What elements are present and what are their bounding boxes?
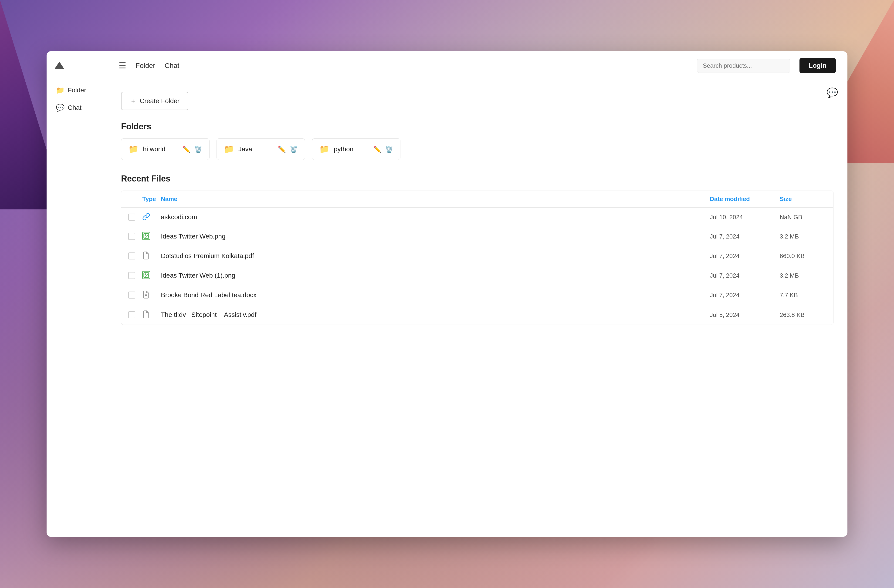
folder-icon-python: 📁 — [319, 144, 330, 154]
table-col-date: Date modified — [710, 196, 780, 203]
file-name-2: Ideas Twitter Web.png — [161, 233, 710, 240]
folder-edit-python[interactable]: ✏️ — [373, 145, 381, 153]
file-checkbox-4[interactable] — [128, 272, 135, 279]
table-header: Type Name Date modified Size — [121, 191, 833, 208]
table-col-size: Size — [780, 196, 826, 203]
plus-icon: ＋ — [130, 96, 136, 106]
recent-files-section: Recent Files Type Name Date modified Siz… — [121, 174, 834, 325]
file-type-icon-pdf-2 — [142, 310, 161, 320]
file-date-3: Jul 7, 2024 — [710, 252, 780, 260]
folders-section-title: Folders — [121, 122, 834, 131]
folder-card-hi-world[interactable]: 📁 hi world ✏️ 🗑️ — [121, 139, 210, 160]
table-row: askcodi.com Jul 10, 2024 NaN GB — [121, 208, 833, 227]
folder-actions-hi-world: ✏️ 🗑️ — [182, 145, 202, 153]
search-input[interactable] — [703, 62, 784, 69]
folder-delete-python[interactable]: 🗑️ — [385, 145, 393, 153]
app-window: 📁 Folder 💬 Chat ☰ Folder Chat Login — [47, 51, 847, 537]
file-type-icon-link — [142, 213, 161, 222]
folder-icon-java: 📁 — [224, 144, 234, 154]
file-name-6: The tl;dv_ Sitepoint__Assistiv.pdf — [161, 311, 710, 318]
table-col-name: Name — [161, 196, 710, 203]
table-row: Ideas Twitter Web.png Jul 7, 2024 3.2 MB — [121, 227, 833, 246]
sidebar-item-folder-label: Folder — [68, 87, 86, 94]
file-type-icon-pdf-1 — [142, 251, 161, 261]
main-content: ☰ Folder Chat Login 💬 ＋ Create Folder Fo… — [107, 51, 847, 537]
sidebar: 📁 Folder 💬 Chat — [47, 51, 107, 537]
folder-name-hi-world: hi world — [143, 145, 178, 153]
file-checkbox-1[interactable] — [128, 214, 135, 220]
file-checkbox-6[interactable] — [128, 311, 135, 318]
sidebar-logo — [51, 60, 102, 71]
svg-point-1 — [145, 235, 146, 235]
file-size-2: 3.2 MB — [780, 233, 826, 240]
table-row: Ideas Twitter Web (1).png Jul 7, 2024 3.… — [121, 266, 833, 285]
svg-point-3 — [145, 274, 146, 274]
folder-actions-java: ✏️ 🗑️ — [278, 145, 298, 153]
folder-name-python: python — [334, 145, 369, 153]
login-button[interactable]: Login — [799, 58, 836, 73]
folders-grid: 📁 hi world ✏️ 🗑️ 📁 Java ✏️ 🗑️ — [121, 139, 834, 160]
header: ☰ Folder Chat Login — [107, 51, 847, 80]
file-size-3: 660.0 KB — [780, 252, 826, 260]
file-date-1: Jul 10, 2024 — [710, 214, 780, 221]
folder-icon: 📁 — [56, 86, 65, 94]
folder-card-python[interactable]: 📁 python ✏️ 🗑️ — [312, 139, 400, 160]
folder-card-java[interactable]: 📁 Java ✏️ 🗑️ — [216, 139, 305, 160]
file-size-6: 263.8 KB — [780, 311, 826, 318]
header-nav-chat[interactable]: Chat — [165, 62, 179, 69]
file-size-5: 7.7 KB — [780, 291, 826, 299]
file-name-1: askcodi.com — [161, 213, 710, 221]
file-date-6: Jul 5, 2024 — [710, 311, 780, 318]
folder-name-java: Java — [239, 145, 273, 153]
sidebar-item-folder[interactable]: 📁 Folder — [51, 82, 102, 98]
header-nav-folder[interactable]: Folder — [136, 62, 155, 69]
sidebar-nav: 📁 Folder 💬 Chat — [51, 82, 102, 115]
file-size-4: 3.2 MB — [780, 272, 826, 279]
sidebar-item-chat-label: Chat — [68, 104, 82, 112]
file-size-1: NaN GB — [780, 214, 826, 221]
file-type-icon-image-2 — [142, 271, 161, 280]
file-checkbox-2[interactable] — [128, 233, 135, 240]
folder-edit-java[interactable]: ✏️ — [278, 145, 286, 153]
page-body: 💬 ＋ Create Folder Folders 📁 hi world ✏️ — [107, 80, 847, 537]
search-box — [697, 59, 790, 73]
create-folder-button[interactable]: ＋ Create Folder — [121, 92, 188, 110]
chat-float-button[interactable]: 💬 — [826, 87, 838, 98]
file-checkbox-5[interactable] — [128, 291, 135, 299]
file-type-icon-doc — [142, 290, 161, 300]
table-col-type: Type — [142, 196, 161, 203]
file-type-icon-image-1 — [142, 232, 161, 241]
header-nav: Folder Chat — [136, 62, 179, 69]
folder-icon-hi-world: 📁 — [128, 144, 139, 154]
menu-icon[interactable]: ☰ — [119, 61, 126, 71]
folders-section: Folders 📁 hi world ✏️ 🗑️ 📁 Ja — [121, 122, 834, 160]
folder-actions-python: ✏️ 🗑️ — [373, 145, 393, 153]
file-date-5: Jul 7, 2024 — [710, 291, 780, 299]
chat-icon: 💬 — [56, 104, 65, 112]
table-row: Dotstudios Premium Kolkata.pdf Jul 7, 20… — [121, 246, 833, 266]
file-date-2: Jul 7, 2024 — [710, 233, 780, 240]
file-date-4: Jul 7, 2024 — [710, 272, 780, 279]
file-name-3: Dotstudios Premium Kolkata.pdf — [161, 252, 710, 260]
folder-delete-java[interactable]: 🗑️ — [290, 145, 298, 153]
file-name-5: Brooke Bond Red Label tea.docx — [161, 291, 710, 299]
recent-files-table: Type Name Date modified Size — [121, 191, 834, 325]
table-row: The tl;dv_ Sitepoint__Assistiv.pdf Jul 5… — [121, 305, 833, 324]
folder-edit-hi-world[interactable]: ✏️ — [182, 145, 190, 153]
sidebar-item-chat[interactable]: 💬 Chat — [51, 100, 102, 115]
folder-delete-hi-world[interactable]: 🗑️ — [194, 145, 202, 153]
recent-files-title: Recent Files — [121, 174, 834, 184]
file-checkbox-3[interactable] — [128, 252, 135, 259]
file-name-4: Ideas Twitter Web (1).png — [161, 272, 710, 279]
table-row: Brooke Bond Red Label tea.docx Jul 7, 20… — [121, 285, 833, 305]
create-folder-label: Create Folder — [140, 97, 180, 105]
